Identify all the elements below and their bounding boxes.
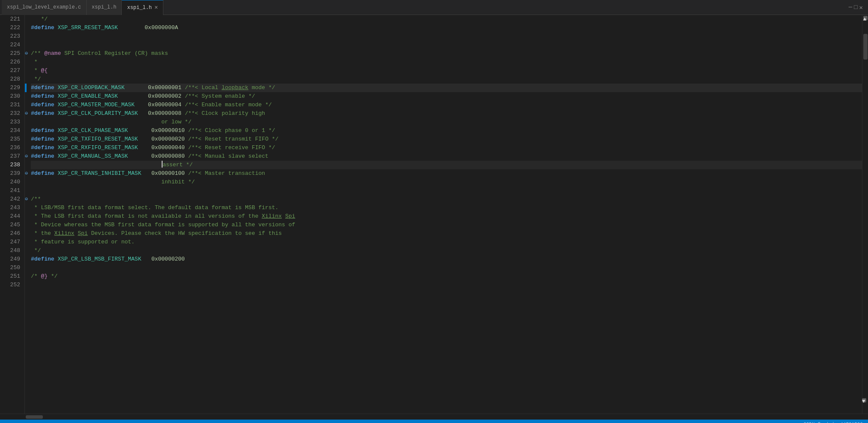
code-line-243: * LSB/MSB first data format select. The … [31,204,862,212]
code-line-233: or low */ [31,118,862,126]
line-222: 222 [0,24,20,32]
code-content[interactable]: */ #define XSP_SRR_RESET_MASK 0x0000000A… [25,15,862,414]
line-number-gutter: 221 222 223 224 225 226 227 228 229 230 … [0,15,25,414]
code-line-224 [31,41,862,49]
code-line-240: inhibit */ [31,178,862,186]
scrollbar-thumb[interactable] [863,34,868,60]
fold-marker-225[interactable]: ⊖ [25,49,28,58]
line-244: 244 [0,212,20,221]
maximize-button[interactable]: □ [854,4,857,11]
scroll-up-arrow[interactable]: ▲ [863,16,868,20]
line-241: 241 [0,186,20,195]
code-line-228: */ [31,75,862,84]
line-250: 250 [0,264,20,272]
line-230: 230 [0,92,20,101]
code-line-227: * @{ [31,66,862,75]
line-226: 226 [0,58,20,66]
code-line-245: * Device whereas the MSB first data form… [31,221,862,229]
fold-marker-239[interactable]: ⊖ [25,169,28,178]
line-232: 232 [0,109,20,118]
code-line-223 [31,32,862,41]
code-line-249: #define XSP_CR_LSB_MSB_FIRST_MASK 0x0000… [31,255,862,264]
code-line-239: ⊖ #define XSP_CR_TRANS_INHIBIT_MASK 0x00… [31,169,862,178]
code-line-231: #define XSP_CR_MASTER_MODE_MASK 0x000000… [31,101,862,109]
line-240: 240 [0,178,20,186]
line-224: 224 [0,41,20,49]
line-223: 223 [0,32,20,41]
line-221: 221 [0,15,20,24]
fold-marker-232[interactable]: ⊖ [25,109,28,118]
tab-label: xspi_low_level_example.c [7,4,81,10]
line-246: 246 [0,229,20,238]
line-237: 237 [0,152,20,161]
status-bar: CSDN @weixin_44781508 [0,420,868,423]
line-235: 235 [0,135,20,144]
fold-marker-242[interactable]: ⊖ [25,195,28,204]
code-line-242: ⊖ /** [31,195,862,204]
code-line-222: #define XSP_SRR_RESET_MASK 0x0000000A [31,24,862,32]
close-button[interactable]: ✕ [859,4,863,11]
line-227: 227 [0,66,20,75]
code-line-226: * [31,58,862,66]
line-252: 252 [0,281,20,289]
code-line-235: #define XSP_CR_TXFIFO_RESET_MASK 0x00000… [31,135,862,144]
code-line-234: #define XSP_CR_CLK_PHASE_MASK 0x00000010… [31,126,862,135]
line-245: 245 [0,221,20,229]
tab-xspi-l-h-1[interactable]: xspi_l.h [87,0,122,15]
code-line-251: /* @} */ [31,272,862,281]
line-251: 251 [0,272,20,281]
vertical-scrollbar[interactable]: ▲ ▼ [862,15,868,414]
horizontal-scrollbar[interactable] [0,414,868,420]
minimize-button[interactable]: ─ [849,4,852,11]
line-249: 249 [0,255,20,264]
h-scrollbar-thumb[interactable] [26,415,43,419]
line-233: 233 [0,118,20,126]
fold-marker-237[interactable]: ⊖ [25,152,28,161]
code-line-229: #define XSP_CR_LOOPBACK_MASK 0x00000001 … [31,84,862,92]
code-line-225: ⊖ /** @name SPI Control Register (CR) ma… [31,49,862,58]
tab-label: xspi_l.h [127,5,152,11]
line-247: 247 [0,238,20,246]
code-line-250 [31,264,862,272]
tab-xspi-low-level[interactable]: xspi_low_level_example.c [2,0,87,15]
code-line-244: * The LSB first data format is not avail… [31,212,862,221]
code-line-236: #define XSP_CR_RXFIFO_RESET_MASK 0x00000… [31,144,862,152]
code-line-230: #define XSP_CR_ENABLE_MASK 0x00000002 /*… [31,92,862,101]
tab-label: xspi_l.h [92,4,117,10]
scroll-down-arrow[interactable]: ▼ [862,398,866,402]
code-line-248: */ [31,246,862,255]
code-line-221: */ [31,15,862,24]
line-234: 234 [0,126,20,135]
code-line-237: ⊖ #define XSP_CR_MANUAL_SS_MASK 0x000000… [31,152,862,161]
tab-bar: xspi_low_level_example.c xspi_l.h xspi_l… [0,0,868,15]
line-239: 239 [0,169,20,178]
code-line-232: ⊖ #define XSP_CR_CLK_POLARITY_MASK 0x000… [31,109,862,118]
code-line-252 [31,281,862,289]
tab-xspi-l-h-2[interactable]: xspi_l.h × [122,0,163,15]
editor-area: 221 222 223 224 225 226 227 228 229 230 … [0,15,868,414]
line-225: 225 [0,49,20,58]
close-icon[interactable]: × [154,5,158,11]
line-248: 248 [0,246,20,255]
line-242: 242 [0,195,20,204]
line-238: 238 [0,161,20,169]
line-229: 229 [0,84,20,92]
code-line-241 [31,186,862,195]
line-228: 228 [0,75,20,84]
code-line-238: assert */ [31,161,862,169]
line-243: 243 [0,204,20,212]
line-236: 236 [0,144,20,152]
line-231: 231 [0,101,20,109]
line-indicator-229 [25,84,27,92]
code-line-247: * feature is supported or not. [31,238,862,246]
code-line-246: * the Xilinx Spi Devices. Please check t… [31,229,862,238]
